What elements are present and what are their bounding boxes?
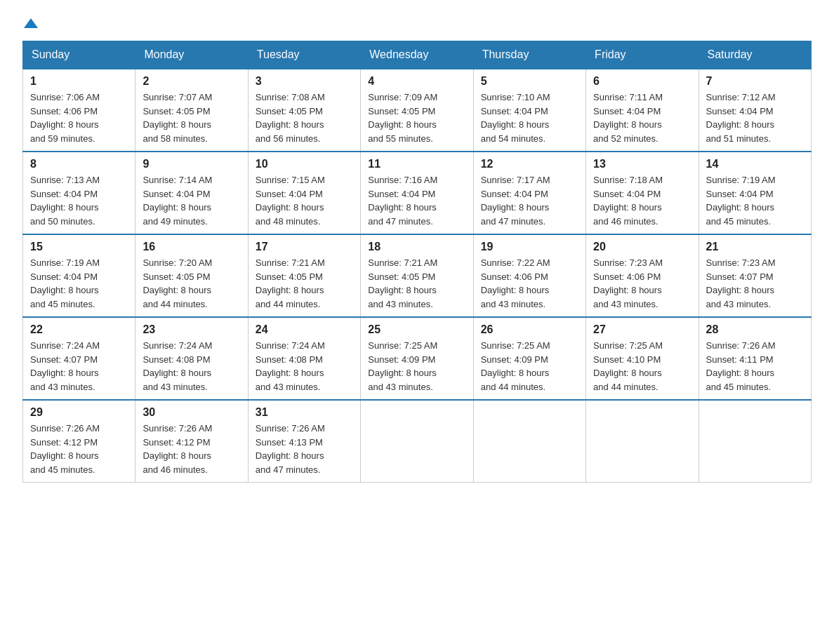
day-info: Sunrise: 7:21 AM Sunset: 4:05 PM Dayligh… [368, 256, 465, 311]
calendar-cell: 14 Sunrise: 7:19 AM Sunset: 4:04 PM Dayl… [699, 152, 811, 234]
calendar-cell: 11 Sunrise: 7:16 AM Sunset: 4:04 PM Dayl… [361, 152, 473, 234]
calendar-cell: 21 Sunrise: 7:23 AM Sunset: 4:07 PM Dayl… [699, 234, 811, 317]
calendar-cell: 5 Sunrise: 7:10 AM Sunset: 4:04 PM Dayli… [473, 69, 585, 152]
calendar-cell: 28 Sunrise: 7:26 AM Sunset: 4:11 PM Dayl… [699, 317, 811, 400]
day-info: Sunrise: 7:10 AM Sunset: 4:04 PM Dayligh… [481, 90, 578, 145]
col-header-monday: Monday [135, 41, 248, 69]
day-info: Sunrise: 7:09 AM Sunset: 4:05 PM Dayligh… [368, 90, 465, 145]
day-number: 30 [143, 406, 240, 419]
day-info: Sunrise: 7:19 AM Sunset: 4:04 PM Dayligh… [706, 173, 804, 228]
calendar-week-row: 22 Sunrise: 7:24 AM Sunset: 4:07 PM Dayl… [23, 317, 812, 400]
day-info: Sunrise: 7:22 AM Sunset: 4:06 PM Dayligh… [481, 256, 578, 311]
col-header-wednesday: Wednesday [361, 41, 473, 69]
calendar-cell [586, 400, 699, 483]
calendar-cell: 12 Sunrise: 7:17 AM Sunset: 4:04 PM Dayl… [473, 152, 585, 234]
day-number: 5 [481, 75, 578, 88]
calendar-cell: 29 Sunrise: 7:26 AM Sunset: 4:12 PM Dayl… [23, 400, 135, 483]
day-number: 7 [706, 75, 804, 88]
day-number: 15 [30, 241, 128, 253]
day-number: 25 [368, 323, 465, 336]
col-header-tuesday: Tuesday [248, 41, 360, 69]
day-info: Sunrise: 7:19 AM Sunset: 4:04 PM Dayligh… [30, 256, 128, 311]
day-info: Sunrise: 7:26 AM Sunset: 4:11 PM Dayligh… [706, 339, 804, 394]
calendar-cell: 30 Sunrise: 7:26 AM Sunset: 4:12 PM Dayl… [135, 400, 248, 483]
calendar-cell: 3 Sunrise: 7:08 AM Sunset: 4:05 PM Dayli… [248, 69, 360, 152]
day-number: 2 [143, 75, 240, 88]
day-number: 22 [30, 323, 128, 336]
day-info: Sunrise: 7:24 AM Sunset: 4:08 PM Dayligh… [143, 339, 240, 394]
day-number: 14 [706, 158, 804, 170]
day-number: 19 [481, 241, 578, 253]
calendar-cell: 19 Sunrise: 7:22 AM Sunset: 4:06 PM Dayl… [473, 234, 585, 317]
calendar-cell [699, 400, 811, 483]
day-info: Sunrise: 7:13 AM Sunset: 4:04 PM Dayligh… [30, 173, 128, 228]
day-info: Sunrise: 7:23 AM Sunset: 4:07 PM Dayligh… [706, 256, 804, 311]
calendar-week-row: 8 Sunrise: 7:13 AM Sunset: 4:04 PM Dayli… [23, 152, 812, 234]
day-number: 28 [706, 323, 804, 336]
day-info: Sunrise: 7:26 AM Sunset: 4:12 PM Dayligh… [143, 422, 240, 476]
day-info: Sunrise: 7:15 AM Sunset: 4:04 PM Dayligh… [256, 173, 353, 228]
col-header-saturday: Saturday [699, 41, 811, 69]
calendar-cell: 10 Sunrise: 7:15 AM Sunset: 4:04 PM Dayl… [248, 152, 360, 234]
day-number: 17 [256, 241, 353, 253]
day-number: 4 [368, 75, 465, 88]
calendar-cell: 15 Sunrise: 7:19 AM Sunset: 4:04 PM Dayl… [23, 234, 135, 317]
day-number: 23 [143, 323, 240, 336]
day-info: Sunrise: 7:21 AM Sunset: 4:05 PM Dayligh… [256, 256, 353, 311]
calendar-cell: 22 Sunrise: 7:24 AM Sunset: 4:07 PM Dayl… [23, 317, 135, 400]
day-info: Sunrise: 7:14 AM Sunset: 4:04 PM Dayligh… [143, 173, 240, 228]
col-header-sunday: Sunday [23, 41, 135, 69]
calendar-cell: 31 Sunrise: 7:26 AM Sunset: 4:13 PM Dayl… [248, 400, 360, 483]
calendar-cell: 25 Sunrise: 7:25 AM Sunset: 4:09 PM Dayl… [361, 317, 473, 400]
day-number: 31 [256, 406, 353, 419]
calendar-cell: 18 Sunrise: 7:21 AM Sunset: 4:05 PM Dayl… [361, 234, 473, 317]
day-info: Sunrise: 7:11 AM Sunset: 4:04 PM Dayligh… [593, 90, 691, 145]
calendar-cell: 17 Sunrise: 7:21 AM Sunset: 4:05 PM Dayl… [248, 234, 360, 317]
day-number: 27 [593, 323, 691, 336]
calendar-header-row: SundayMondayTuesdayWednesdayThursdayFrid… [23, 41, 812, 69]
calendar-cell: 24 Sunrise: 7:24 AM Sunset: 4:08 PM Dayl… [248, 317, 360, 400]
day-number: 10 [256, 158, 353, 170]
day-info: Sunrise: 7:24 AM Sunset: 4:08 PM Dayligh… [256, 339, 353, 394]
day-info: Sunrise: 7:25 AM Sunset: 4:09 PM Dayligh… [368, 339, 465, 394]
calendar-cell: 16 Sunrise: 7:20 AM Sunset: 4:05 PM Dayl… [135, 234, 248, 317]
calendar-cell: 13 Sunrise: 7:18 AM Sunset: 4:04 PM Dayl… [586, 152, 699, 234]
col-header-thursday: Thursday [473, 41, 585, 69]
day-number: 3 [256, 75, 353, 88]
calendar-week-row: 1 Sunrise: 7:06 AM Sunset: 4:06 PM Dayli… [23, 69, 812, 152]
calendar-cell: 9 Sunrise: 7:14 AM Sunset: 4:04 PM Dayli… [135, 152, 248, 234]
calendar-cell: 20 Sunrise: 7:23 AM Sunset: 4:06 PM Dayl… [586, 234, 699, 317]
calendar-cell: 27 Sunrise: 7:25 AM Sunset: 4:10 PM Dayl… [586, 317, 699, 400]
calendar-week-row: 29 Sunrise: 7:26 AM Sunset: 4:12 PM Dayl… [23, 400, 812, 483]
calendar-cell: 7 Sunrise: 7:12 AM Sunset: 4:04 PM Dayli… [699, 69, 811, 152]
day-info: Sunrise: 7:24 AM Sunset: 4:07 PM Dayligh… [30, 339, 128, 394]
calendar-cell: 23 Sunrise: 7:24 AM Sunset: 4:08 PM Dayl… [135, 317, 248, 400]
day-number: 21 [706, 241, 804, 253]
day-number: 11 [368, 158, 465, 170]
day-info: Sunrise: 7:26 AM Sunset: 4:13 PM Dayligh… [256, 422, 353, 476]
day-info: Sunrise: 7:17 AM Sunset: 4:04 PM Dayligh… [481, 173, 578, 228]
calendar-cell: 26 Sunrise: 7:25 AM Sunset: 4:09 PM Dayl… [473, 317, 585, 400]
col-header-friday: Friday [586, 41, 699, 69]
logo-triangle-icon [24, 17, 38, 29]
calendar-cell: 4 Sunrise: 7:09 AM Sunset: 4:05 PM Dayli… [361, 69, 473, 152]
day-info: Sunrise: 7:25 AM Sunset: 4:09 PM Dayligh… [481, 339, 578, 394]
day-info: Sunrise: 7:25 AM Sunset: 4:10 PM Dayligh… [593, 339, 691, 394]
day-info: Sunrise: 7:20 AM Sunset: 4:05 PM Dayligh… [143, 256, 240, 311]
calendar-cell: 8 Sunrise: 7:13 AM Sunset: 4:04 PM Dayli… [23, 152, 135, 234]
day-number: 8 [30, 158, 128, 170]
day-info: Sunrise: 7:08 AM Sunset: 4:05 PM Dayligh… [256, 90, 353, 145]
page-header [22, 17, 812, 29]
calendar-cell: 2 Sunrise: 7:07 AM Sunset: 4:05 PM Dayli… [135, 69, 248, 152]
day-info: Sunrise: 7:23 AM Sunset: 4:06 PM Dayligh… [593, 256, 691, 311]
day-number: 13 [593, 158, 691, 170]
day-number: 16 [143, 241, 240, 253]
day-info: Sunrise: 7:06 AM Sunset: 4:06 PM Dayligh… [30, 90, 128, 145]
day-number: 26 [481, 323, 578, 336]
svg-marker-0 [24, 18, 38, 28]
day-number: 6 [593, 75, 691, 88]
day-info: Sunrise: 7:18 AM Sunset: 4:04 PM Dayligh… [593, 173, 691, 228]
day-number: 1 [30, 75, 128, 88]
calendar-week-row: 15 Sunrise: 7:19 AM Sunset: 4:04 PM Dayl… [23, 234, 812, 317]
day-info: Sunrise: 7:26 AM Sunset: 4:12 PM Dayligh… [30, 422, 128, 476]
